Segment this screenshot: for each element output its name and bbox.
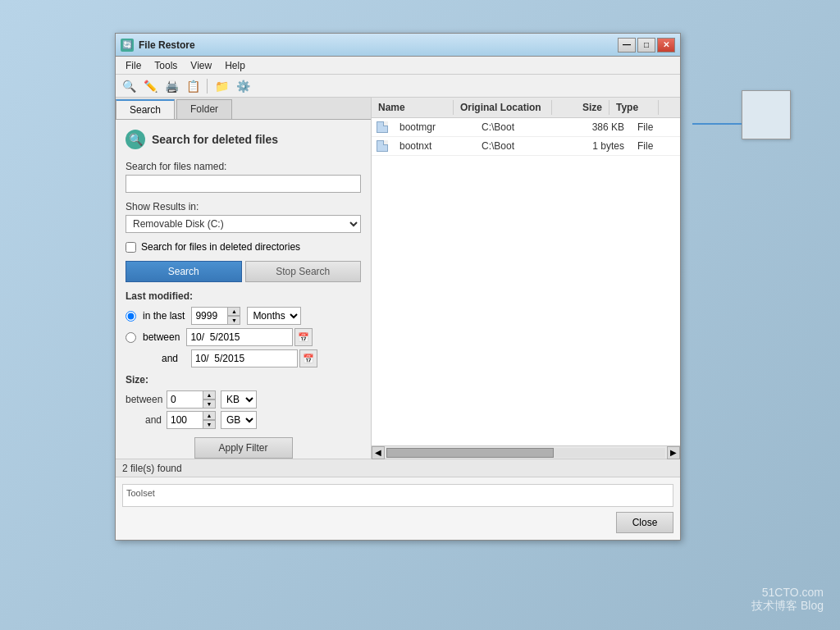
maximize-button[interactable]: □	[637, 38, 655, 52]
size-between-label: between	[126, 394, 162, 405]
in-the-last-row: in the last ▲ ▼ Days Weeks Months	[126, 307, 361, 325]
apply-filter-button[interactable]: Apply Filter	[194, 437, 293, 459]
bg-dialog	[742, 90, 791, 139]
bottom-buttons: Close	[122, 512, 673, 533]
toolbar-print-btn[interactable]: 🖨️	[162, 77, 181, 95]
deleted-dirs-checkbox-row: Search for files in deleted directories	[126, 241, 361, 253]
h-scroll-thumb[interactable]	[386, 448, 554, 458]
title-bar-left: 🔄 File Restore	[121, 39, 195, 52]
deleted-dirs-checkbox[interactable]	[126, 242, 136, 253]
in-the-last-up[interactable]: ▲	[227, 307, 240, 316]
in-the-last-input[interactable]	[191, 307, 227, 325]
size-from-down[interactable]: ▼	[203, 399, 216, 409]
desktop: 🔄 File Restore — □ ✕ File Tools View Hel…	[0, 0, 840, 630]
menu-help[interactable]: Help	[218, 58, 252, 73]
size-to-down[interactable]: ▼	[203, 420, 216, 429]
in-the-last-radio[interactable]	[126, 311, 136, 322]
table-row[interactable]: bootmgr C:\Boot 386 KB File	[372, 118, 680, 137]
col-header-name[interactable]: Name	[372, 100, 454, 115]
toolbar-search-btn[interactable]: 🔍	[119, 77, 139, 95]
in-the-last-label: in the last	[143, 310, 185, 322]
size-from-up[interactable]: ▲	[203, 390, 216, 399]
left-panel: Search Folder 🔍 Search for deleted files…	[116, 98, 372, 459]
in-the-last-arrows: ▲ ▼	[227, 307, 240, 325]
tab-bar: Search Folder	[116, 98, 371, 120]
h-scroll-track[interactable]	[386, 448, 665, 458]
search-header: 🔍 Search for deleted files	[126, 130, 361, 149]
size-to-up[interactable]: ▲	[203, 411, 216, 420]
menu-view[interactable]: View	[184, 58, 218, 73]
and-date-wrapper: 📅	[191, 349, 317, 368]
files-named-label: Search for files named:	[126, 161, 361, 172]
connector-line	[692, 123, 742, 125]
h-scroll-left-btn[interactable]: ◀	[372, 446, 385, 459]
h-scroll-right-btn[interactable]: ▶	[667, 446, 680, 459]
between-date1-cal-btn[interactable]: 📅	[294, 328, 313, 346]
toolbar-copy-btn[interactable]: 📋	[183, 77, 203, 95]
search-buttons-row: Search Stop Search	[126, 261, 361, 282]
and-label: and	[142, 353, 178, 364]
between-date1-input[interactable]	[186, 328, 293, 346]
table-row[interactable]: bootnxt C:\Boot 1 bytes File	[372, 137, 680, 156]
in-the-last-down[interactable]: ▼	[227, 316, 240, 325]
watermark-line1: 51CTO.com	[751, 586, 824, 599]
toolbar-folder-btn[interactable]: 📁	[212, 77, 231, 95]
size-to-spinner: ▲ ▼	[167, 411, 216, 429]
between-radio[interactable]	[126, 332, 136, 343]
close-button[interactable]: Close	[616, 512, 673, 533]
file-restore-window: 🔄 File Restore — □ ✕ File Tools View Hel…	[115, 33, 681, 541]
menu-file[interactable]: File	[119, 58, 148, 73]
toolset-label: Toolset	[126, 488, 155, 498]
search-panel: 🔍 Search for deleted files Search for fi…	[116, 120, 371, 459]
col-header-type[interactable]: Type	[609, 100, 659, 115]
file-size-bootmgr: 386 KB	[573, 120, 631, 135]
size-to-arrows: ▲ ▼	[203, 411, 216, 429]
toolbar: 🔍 ✏️ 🖨️ 📋 📁 ⚙️	[116, 75, 680, 98]
tab-folder[interactable]: Folder	[176, 99, 232, 119]
file-icon-bootnxt	[375, 139, 390, 153]
show-results-select[interactable]: Removable Disk (C:) Local Disk (D:) All …	[126, 215, 361, 233]
size-from-input[interactable]	[167, 390, 203, 409]
main-content: Search Folder 🔍 Search for deleted files…	[116, 98, 680, 459]
window-icon: 🔄	[121, 39, 134, 52]
search-button[interactable]: Search	[126, 261, 242, 282]
file-name-bootmgr: bootmgr	[393, 120, 475, 135]
file-type-bootnxt: File	[631, 139, 680, 153]
size-to-input[interactable]	[167, 411, 203, 429]
toolbar-settings-btn[interactable]: ⚙️	[233, 77, 253, 95]
file-icon-bootmgr	[375, 121, 390, 134]
show-results-group: Show Results in: Removable Disk (C:) Loc…	[126, 201, 361, 233]
tab-search[interactable]: Search	[116, 99, 175, 119]
close-window-button[interactable]: ✕	[657, 38, 675, 52]
search-large-icon: 🔍	[126, 130, 145, 149]
col-header-size[interactable]: Size	[552, 100, 609, 115]
watermark-line2: 技术博客 Blog	[751, 599, 824, 614]
col-header-location[interactable]: Original Location	[454, 100, 552, 115]
size-to-unit-select[interactable]: KB MB GB	[221, 411, 257, 429]
and-date-cal-btn[interactable]: 📅	[299, 349, 317, 368]
show-results-label: Show Results in:	[126, 201, 361, 212]
size-and-row: and ▲ ▼ KB MB GB	[126, 411, 361, 429]
size-from-spinner: ▲ ▼	[167, 390, 216, 409]
bottom-area: Toolset Close	[116, 477, 680, 540]
file-type-bootmgr: File	[631, 120, 680, 135]
and-date-row: and 📅	[142, 349, 361, 368]
between-date1-wrapper: 📅	[186, 328, 313, 346]
file-list-header: Name Original Location Size Type	[372, 98, 680, 118]
window-title: File Restore	[139, 39, 195, 51]
files-named-input[interactable]	[126, 175, 361, 193]
in-the-last-unit-select[interactable]: Days Weeks Months Years	[247, 307, 301, 325]
toolbar-edit-btn[interactable]: ✏️	[140, 77, 160, 95]
and-date-input[interactable]	[191, 349, 298, 368]
menu-tools[interactable]: Tools	[148, 58, 184, 73]
toolbar-separator	[207, 79, 208, 94]
stop-search-button[interactable]: Stop Search	[245, 261, 362, 282]
size-between-row: between ▲ ▼ KB MB GB	[126, 390, 361, 409]
last-modified-label: Last modified:	[126, 290, 361, 302]
size-from-unit-select[interactable]: KB MB GB	[221, 390, 257, 409]
h-scrollbar: ◀ ▶	[372, 445, 680, 459]
in-the-last-spinner: ▲ ▼	[191, 307, 240, 325]
file-location-bootnxt: C:\Boot	[475, 139, 573, 153]
minimize-button[interactable]: —	[618, 38, 636, 52]
title-buttons: — □ ✕	[618, 38, 675, 52]
